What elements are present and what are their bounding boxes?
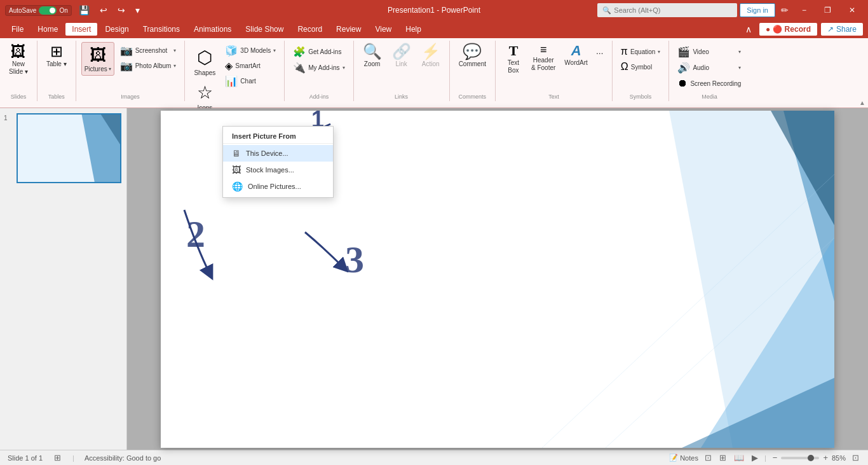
pictures-icon: 🖼: [90, 45, 106, 65]
menu-view[interactable]: View: [369, 23, 398, 36]
search-input[interactable]: [614, 6, 732, 14]
close-button[interactable]: ✕: [841, 0, 863, 20]
ribbon-collapse-arrow[interactable]: ▲: [859, 99, 865, 106]
ribbon-group-tables: ⊞ Table ▾ Tables: [37, 41, 76, 101]
table-button[interactable]: ⊞ Table ▾: [43, 42, 71, 70]
slide-thumbnail[interactable]: [17, 113, 121, 183]
menu-help[interactable]: Help: [399, 23, 428, 36]
menu-record[interactable]: Record: [291, 23, 329, 36]
menu-transitions[interactable]: Transitions: [137, 23, 186, 36]
normal-view-button[interactable]: ⊡: [703, 452, 713, 464]
get-addins-button[interactable]: 🧩 Get Add-ins: [290, 45, 348, 59]
my-addins-button[interactable]: 🔌 My Add-ins ▾: [290, 60, 348, 75]
screenshot-button[interactable]: 📷 Screenshot ▾: [117, 43, 180, 58]
ribbon-collapse-button[interactable]: ∧: [742, 23, 756, 36]
equation-button[interactable]: π Equation ▾: [618, 45, 664, 59]
new-slide-button[interactable]: 🖼 NewSlide ▾: [5, 42, 32, 78]
slide-panel: 1: [0, 108, 127, 450]
menu-insert[interactable]: Insert: [65, 23, 97, 36]
menu-review[interactable]: Review: [330, 23, 367, 36]
stock-images-icon: 🖼: [232, 165, 241, 175]
menu-design[interactable]: Design: [98, 23, 135, 36]
shapes-button[interactable]: ⬡ Shapes: [190, 45, 219, 79]
menu-slideshow[interactable]: Slide Show: [239, 23, 290, 36]
slide-sorter-button[interactable]: ⊞: [718, 452, 728, 464]
zoom-button[interactable]: 🔍 Zoom: [359, 42, 386, 70]
zoom-out-button[interactable]: −: [771, 452, 779, 464]
links-group-label: Links: [395, 92, 408, 100]
main-area: 1: [0, 108, 868, 450]
autosave-dot: [50, 8, 55, 13]
annotation-3: 3: [345, 238, 364, 282]
wordart-button[interactable]: A WordArt: [560, 42, 592, 69]
save-button[interactable]: 💾: [76, 4, 93, 17]
symbol-button[interactable]: Ω Symbol: [618, 60, 664, 74]
customize-qat-button[interactable]: ▾: [132, 4, 143, 17]
notes-button[interactable]: 📝 Notes: [669, 454, 698, 462]
window-title: Presentation1 - PowerPoint: [291, 6, 577, 15]
dropdown-item-stock-images[interactable]: 🖼 Stock Images...: [223, 162, 333, 178]
autosave-toggle[interactable]: [39, 6, 57, 15]
chart-button[interactable]: 📊 Chart: [222, 74, 279, 88]
redo-button[interactable]: ↪: [114, 4, 128, 17]
video-icon: 🎬: [677, 46, 690, 58]
this-device-icon: 🖥: [232, 148, 241, 158]
comments-group-label: Comments: [459, 92, 487, 100]
undo-button[interactable]: ↩: [97, 4, 111, 17]
autosave-badge[interactable]: AutoSave On: [5, 5, 72, 16]
comment-icon: 💬: [463, 44, 482, 59]
ribbon-group-comments: 💬 Comment Comments: [450, 41, 496, 101]
photo-album-button[interactable]: 📷 Photo Album ▾: [117, 59, 180, 73]
equation-icon: π: [621, 46, 628, 57]
search-bar[interactable]: 🔍: [597, 3, 737, 17]
pictures-button[interactable]: 🖼 Pictures ▾: [81, 42, 114, 76]
link-button[interactable]: 🔗 Link: [388, 42, 415, 70]
header-footer-button[interactable]: ≡ Header& Footer: [527, 42, 559, 74]
text-more-button[interactable]: …: [593, 46, 607, 57]
dropdown-item-online-pictures[interactable]: 🌐 Online Pictures...: [223, 178, 333, 195]
ribbon-group-text: T TextBox ≡ Header& Footer A WordArt … T…: [496, 41, 613, 101]
images-group-label: Images: [121, 92, 140, 100]
action-button[interactable]: ⚡ Action: [417, 42, 444, 70]
share-header-button[interactable]: ↗ Share: [821, 23, 863, 36]
screen-recording-button[interactable]: ⏺ Screen Recording: [674, 76, 744, 90]
3d-models-button[interactable]: 🧊 3D Models ▾: [222, 43, 279, 58]
dropdown-item-this-device[interactable]: 🖥 This Device...: [223, 145, 333, 162]
signin-button[interactable]: Sign in: [740, 3, 775, 17]
zoom-in-button[interactable]: +: [822, 452, 829, 464]
shapes-icon: ⬡: [197, 47, 212, 68]
restore-button[interactable]: ❐: [817, 0, 839, 20]
menu-animations[interactable]: Animations: [187, 23, 238, 36]
reading-view-button[interactable]: 📖: [733, 452, 745, 464]
autosave-on: On: [59, 7, 67, 14]
slide-info: Slide 1 of 1: [8, 454, 43, 462]
chart-icon: 📊: [225, 75, 238, 87]
zoom-slider[interactable]: [781, 457, 819, 459]
autosave-label: AutoSave: [9, 7, 36, 14]
fit-window-button[interactable]: ⊡: [851, 452, 860, 464]
ribbon-group-links: 🔍 Zoom 🔗 Link ⚡ Action Links: [354, 41, 450, 101]
record-header-button[interactable]: ● 🔴 Record: [759, 23, 817, 36]
slideshow-view-button[interactable]: ▶: [750, 452, 759, 464]
fit-slide-button[interactable]: ⊞: [53, 452, 62, 464]
audio-button[interactable]: 🔊 Audio ▾: [674, 60, 744, 75]
menu-home[interactable]: Home: [31, 23, 64, 36]
stock-images-label: Stock Images...: [246, 166, 294, 174]
ribbon: 🖼 NewSlide ▾ Slides ⊞ Table ▾ Tables: [0, 38, 868, 108]
record-label: 🔴 Record: [773, 25, 811, 34]
my-addins-icon: 🔌: [293, 62, 306, 74]
slide-thumb-preview: [18, 115, 120, 182]
canvas-area: 2 3 Insert Picture From 🖥 This Device...…: [127, 108, 868, 450]
menu-file[interactable]: File: [5, 23, 30, 36]
pictures-caret-icon: ▾: [109, 66, 111, 72]
feedback-icon[interactable]: ✏: [778, 4, 792, 17]
smartart-button[interactable]: ◈ SmartArt: [222, 59, 279, 73]
titlebar-left: AutoSave On 💾 ↩ ↪ ▾: [5, 4, 291, 17]
comment-button[interactable]: 💬 Comment: [455, 42, 490, 70]
audio-caret-icon: ▾: [738, 65, 741, 71]
online-pictures-label: Online Pictures...: [248, 183, 301, 190]
equation-caret-icon: ▾: [658, 49, 660, 55]
textbox-button[interactable]: T TextBox: [501, 42, 526, 76]
minimize-button[interactable]: −: [794, 0, 814, 20]
video-button[interactable]: 🎬 Video ▾: [674, 45, 744, 59]
